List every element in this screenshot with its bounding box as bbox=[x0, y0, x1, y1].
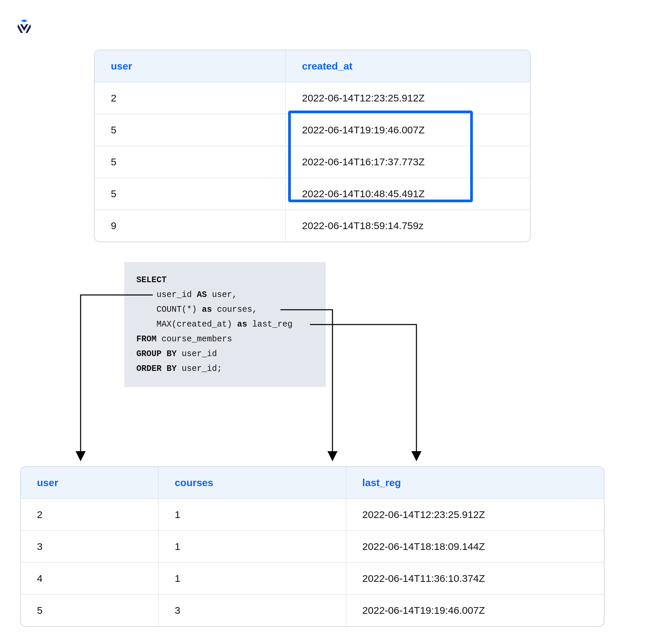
cell-user: 5 bbox=[21, 595, 158, 626]
table-header-row: user created_at bbox=[95, 50, 530, 82]
cell-created-at: 2022-06-14T12:23:25.912Z bbox=[286, 82, 530, 114]
sql-code-block: SELECT user_id AS user, COUNT(*) as cour… bbox=[124, 262, 326, 387]
cell-created-at: 2022-06-14T18:59:14.759z bbox=[286, 210, 530, 242]
cell-courses: 1 bbox=[158, 531, 346, 562]
sql-keyword: as bbox=[237, 319, 247, 329]
sql-text: COUNT(*) bbox=[136, 305, 202, 314]
table-row: 5 2022-06-14T19:19:46.007Z bbox=[95, 114, 530, 146]
result-table: user courses last_reg 2 1 2022-06-14T12:… bbox=[20, 466, 604, 627]
cell-courses: 3 bbox=[158, 595, 346, 626]
sql-keyword: AS bbox=[197, 290, 207, 300]
sql-text: courses, bbox=[212, 305, 257, 314]
table-row: 2 2022-06-14T12:23:25.912Z bbox=[95, 82, 530, 114]
cell-user: 9 bbox=[95, 210, 286, 242]
cell-created-at: 2022-06-14T16:17:37.773Z bbox=[286, 146, 530, 178]
cell-created-at: 2022-06-14T19:19:46.007Z bbox=[286, 114, 530, 146]
column-header-user: user bbox=[21, 467, 158, 499]
cell-user: 5 bbox=[95, 114, 286, 146]
source-table: user created_at 2 2022-06-14T12:23:25.91… bbox=[94, 50, 531, 242]
cell-user: 5 bbox=[95, 178, 286, 210]
cell-user: 2 bbox=[95, 82, 286, 114]
cell-user: 2 bbox=[21, 499, 158, 531]
cell-courses: 1 bbox=[158, 499, 346, 531]
column-header-user: user bbox=[95, 50, 286, 82]
sql-text: last_reg bbox=[247, 319, 292, 329]
cell-last-reg: 2022-06-14T11:36:10.374Z bbox=[346, 563, 604, 594]
cell-last-reg: 2022-06-14T12:23:25.912Z bbox=[346, 499, 604, 531]
sql-keyword: FROM bbox=[136, 334, 162, 344]
logo-icon bbox=[16, 19, 32, 36]
sql-text: course_members bbox=[162, 334, 232, 344]
sql-text: user_id bbox=[182, 349, 217, 359]
sql-text: MAX(created_at) bbox=[136, 319, 237, 329]
table-row: 5 3 2022-06-14T19:19:46.007Z bbox=[21, 594, 604, 626]
cell-created-at: 2022-06-14T10:48:45.491Z bbox=[286, 178, 530, 210]
cell-last-reg: 2022-06-14T19:19:46.007Z bbox=[346, 595, 604, 626]
cell-user: 5 bbox=[95, 146, 286, 178]
sql-keyword: GROUP BY bbox=[136, 349, 182, 359]
column-header-created-at: created_at bbox=[286, 50, 530, 82]
arrow-last-reg bbox=[310, 325, 416, 460]
table-row: 9 2022-06-14T18:59:14.759z bbox=[95, 210, 530, 242]
cell-courses: 1 bbox=[158, 563, 346, 594]
table-row: 2 1 2022-06-14T12:23:25.912Z bbox=[21, 499, 604, 531]
cell-user: 3 bbox=[21, 531, 158, 562]
column-header-courses: courses bbox=[158, 467, 346, 499]
table-row: 4 1 2022-06-14T11:36:10.374Z bbox=[21, 562, 604, 594]
column-header-last-reg: last_reg bbox=[346, 467, 604, 499]
sql-keyword: ORDER BY bbox=[136, 364, 182, 373]
table-row: 5 2022-06-14T10:48:45.491Z bbox=[95, 178, 530, 210]
table-header-row: user courses last_reg bbox=[21, 467, 604, 499]
sql-text: user_id bbox=[136, 290, 197, 300]
cell-last-reg: 2022-06-14T18:18:09.144Z bbox=[346, 531, 604, 562]
cell-user: 4 bbox=[21, 563, 158, 594]
sql-keyword: SELECT bbox=[136, 275, 167, 285]
sql-text: user_id; bbox=[182, 364, 222, 373]
table-row: 5 2022-06-14T16:17:37.773Z bbox=[95, 146, 530, 178]
sql-text: user, bbox=[207, 290, 237, 300]
sql-keyword: as bbox=[202, 305, 212, 314]
table-row: 3 1 2022-06-14T18:18:09.144Z bbox=[21, 531, 604, 562]
